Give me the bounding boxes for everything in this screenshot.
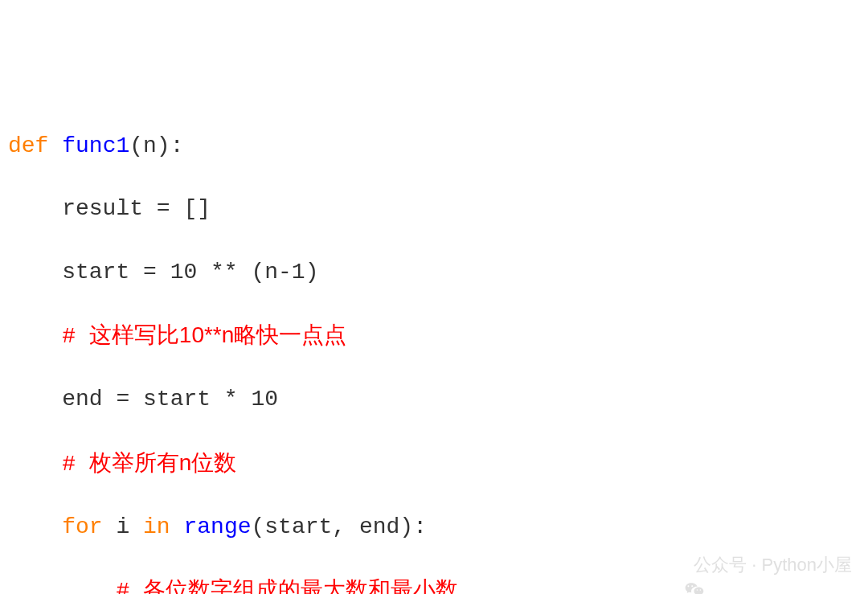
code-line-3: start = 10 ** (n-1) [8,256,860,288]
keyword-for: for [62,514,102,539]
builtin-range: range [183,514,251,539]
watermark: 公众号 · Python小屋 [661,553,852,578]
function-name: func1 [62,133,129,158]
wechat-icon [661,555,687,576]
comment-text: 枚举所有n位数 [89,450,237,475]
keyword-in: in [143,514,170,539]
watermark-text: 公众号 · Python小屋 [694,553,852,578]
comment-text: 这样写比10**n略快一点点 [89,322,347,347]
code-line-5: end = start * 10 [8,383,860,415]
keyword-def: def [8,133,48,158]
code-line-2: result = [] [8,193,860,224]
code-line-4: # 这样写比10**n略快一点点 [8,319,860,352]
code-line-6: # 枚举所有n位数 [8,447,860,480]
code-line-7: for i in range(start, end): [8,511,860,543]
code-line-1: def func1(n): [8,130,860,162]
comment-text: 各位数字组成的最大数和最小数 [143,577,458,594]
